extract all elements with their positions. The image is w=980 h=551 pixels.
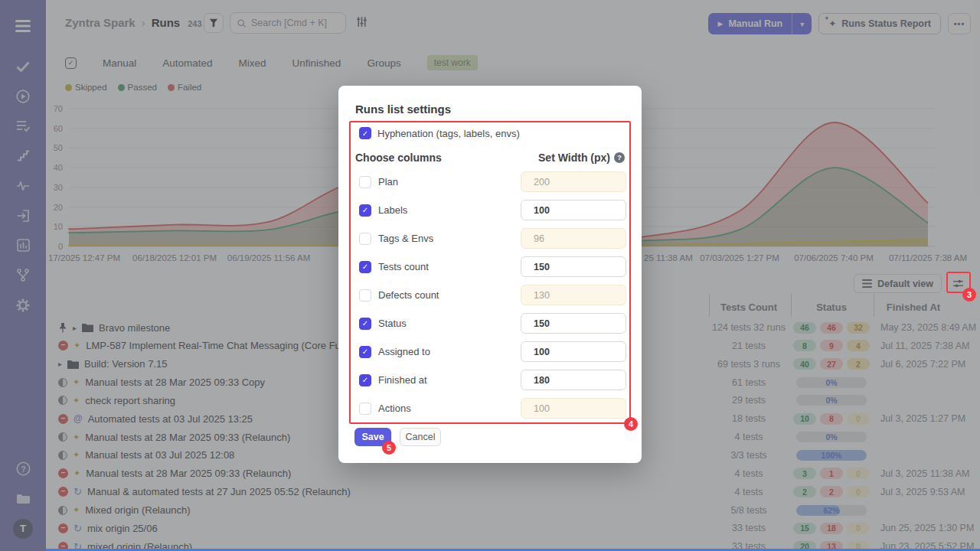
column-label: Defects count: [378, 289, 439, 301]
column-label: Finished at: [378, 374, 427, 386]
column-checkbox[interactable]: ✓: [359, 403, 371, 415]
runs-page: ?T Zyntra Spark › Runs 243 ▶Manual Run ▾…: [0, 0, 980, 551]
column-label: Plan: [378, 176, 398, 187]
hyphenation-row: ✓ Hyphenation (tags, labels, envs): [359, 127, 520, 139]
column-width-input: [521, 398, 626, 419]
column-checkbox[interactable]: ✓: [359, 289, 371, 302]
column-width-input: [521, 171, 626, 192]
help-icon[interactable]: ?: [614, 152, 625, 163]
column-setting-row-actions: ✓Actions: [359, 398, 627, 419]
cancel-button[interactable]: Cancel: [400, 428, 441, 446]
column-checkbox[interactable]: ✓: [359, 204, 371, 217]
column-width-input[interactable]: [521, 370, 626, 390]
column-setting-row-tests-count: ✓Tests count: [359, 256, 627, 277]
column-width-input[interactable]: [521, 341, 626, 362]
annotation-badge-5: 5: [382, 441, 396, 455]
column-label: Assigned to: [378, 346, 430, 357]
choose-columns-heading: Choose columns: [355, 152, 442, 164]
column-label: Status: [378, 318, 407, 329]
column-label: Actions: [378, 403, 411, 414]
column-setting-row-assigned-to: ✓Assigned to: [359, 341, 627, 362]
column-width-input[interactable]: [521, 313, 626, 334]
column-label: Tests count: [378, 261, 429, 272]
modal-title: Runs list settings: [355, 103, 451, 116]
column-checkbox[interactable]: ✓: [359, 374, 371, 386]
set-width-heading: Set Width (px) ?: [538, 152, 625, 164]
column-width-input: [521, 228, 626, 249]
column-width-input[interactable]: [521, 200, 626, 220]
column-setting-row-tags-envs: ✓Tags & Envs: [359, 228, 627, 249]
column-setting-row-plan: ✓Plan: [359, 171, 627, 192]
hyphenation-label: Hyphenation (tags, labels, envs): [377, 128, 520, 139]
column-setting-row-labels: ✓Labels: [359, 200, 627, 220]
column-setting-row-defects-count: ✓Defects count: [359, 285, 627, 305]
column-checkbox[interactable]: ✓: [359, 176, 371, 188]
column-checkbox[interactable]: ✓: [359, 233, 371, 245]
column-width-input[interactable]: [521, 256, 626, 277]
annotation-badge-3: 3: [962, 288, 976, 302]
column-checkbox[interactable]: ✓: [359, 261, 371, 273]
column-label: Labels: [378, 204, 407, 216]
column-setting-row-status: ✓Status: [359, 313, 627, 334]
runs-list-settings-modal: Runs list settings ✓ Hyphenation (tags, …: [338, 86, 642, 463]
column-width-input: [521, 285, 626, 305]
annotation-badge-4: 4: [624, 417, 638, 431]
column-checkbox[interactable]: ✓: [359, 346, 371, 358]
column-setting-row-finished-at: ✓Finished at: [359, 370, 627, 390]
hyphenation-checkbox[interactable]: ✓: [359, 127, 371, 139]
column-checkbox[interactable]: ✓: [359, 318, 371, 330]
column-label: Tags & Envs: [378, 233, 433, 244]
